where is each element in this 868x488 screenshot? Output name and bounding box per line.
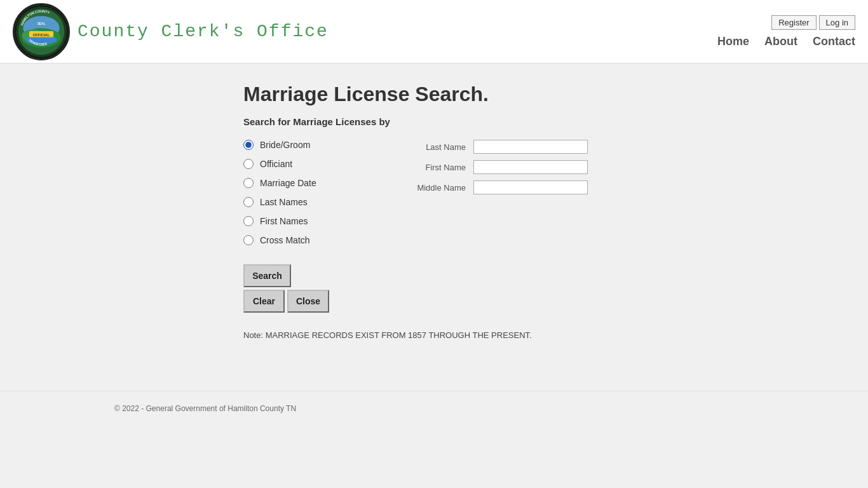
nav-contact[interactable]: Contact (813, 35, 855, 48)
radio-marriage-date[interactable] (243, 178, 254, 188)
radio-label-cross-match[interactable]: Cross Match (260, 235, 310, 245)
radio-item-last-names: Last Names (243, 197, 383, 207)
last-name-row: Last Name (409, 140, 588, 154)
first-name-row: First Name (409, 160, 588, 174)
main-nav: Home About Contact (717, 35, 855, 48)
middle-name-input[interactable] (473, 180, 588, 194)
radio-item-cross-match: Cross Match (243, 235, 383, 245)
radio-item-officiant: Officiant (243, 159, 383, 169)
search-button[interactable]: Search (243, 264, 291, 287)
radio-label-marriage-date[interactable]: Marriage Date (260, 178, 316, 188)
radio-item-bride-groom: Bride/Groom (243, 140, 383, 150)
register-button[interactable]: Register (771, 15, 816, 30)
header-right: Register Log in Home About Contact (717, 15, 855, 48)
search-form: Bride/Groom Officiant Marriage Date Last… (243, 140, 714, 245)
auth-links: Register Log in (771, 15, 855, 30)
svg-text:OFFICIAL: OFFICIAL (33, 32, 50, 36)
first-name-input[interactable] (473, 160, 588, 174)
nav-about[interactable]: About (764, 35, 797, 48)
radio-last-names[interactable] (243, 197, 254, 207)
site-logo: OFFICIAL HAMILTON COUNTY TENNESSEE SEAL (13, 3, 70, 60)
radio-first-names[interactable] (243, 216, 254, 226)
search-type-group: Bride/Groom Officiant Marriage Date Last… (243, 140, 383, 245)
input-fields-group: Last Name First Name Middle Name (409, 140, 588, 194)
nav-home[interactable]: Home (717, 35, 749, 48)
close-button[interactable]: Close (287, 290, 329, 313)
clear-button[interactable]: Clear (243, 290, 285, 313)
middle-name-row: Middle Name (409, 180, 588, 194)
middle-name-label: Middle Name (409, 183, 466, 193)
last-name-label: Last Name (409, 142, 466, 152)
radio-bride-groom[interactable] (243, 140, 254, 150)
note-text: Note: MARRIAGE RECORDS EXIST FROM 1857 T… (243, 330, 714, 340)
main-content: Marriage License Search. Search for Marr… (129, 64, 739, 365)
first-name-label: First Name (409, 163, 466, 172)
radio-label-bride-groom[interactable]: Bride/Groom (260, 140, 310, 150)
footer: © 2022 - General Government of Hamilton … (0, 391, 868, 426)
site-title: County Clerk's Office (78, 22, 329, 41)
radio-officiant[interactable] (243, 159, 254, 169)
search-subtitle: Search for Marriage Licenses by (243, 116, 714, 127)
login-button[interactable]: Log in (819, 15, 855, 30)
radio-item-first-names: First Names (243, 216, 383, 226)
radio-label-officiant[interactable]: Officiant (260, 159, 292, 169)
header-left: OFFICIAL HAMILTON COUNTY TENNESSEE SEAL … (13, 3, 329, 60)
page-title: Marriage License Search. (243, 83, 714, 106)
svg-text:SEAL: SEAL (37, 22, 46, 25)
radio-label-last-names[interactable]: Last Names (260, 197, 308, 207)
btn-row: Clear Close (243, 290, 714, 313)
header: OFFICIAL HAMILTON COUNTY TENNESSEE SEAL … (0, 0, 868, 64)
radio-label-first-names[interactable]: First Names (260, 216, 308, 226)
radio-item-marriage-date: Marriage Date (243, 178, 383, 188)
copyright-text: © 2022 - General Government of Hamilton … (114, 404, 296, 413)
last-name-input[interactable] (473, 140, 588, 154)
radio-cross-match[interactable] (243, 235, 254, 245)
button-group: Search Clear Close (243, 264, 714, 313)
